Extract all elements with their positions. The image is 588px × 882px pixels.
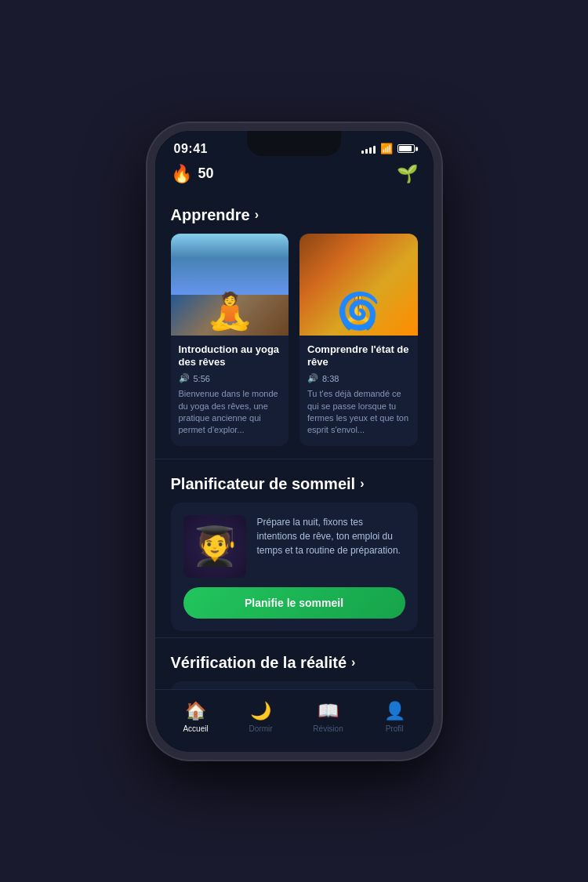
card-1-desc: Bienvenue dans le monde du yoga des rêve… [179, 388, 281, 437]
leaf-icon: 🌱 [397, 164, 418, 184]
battery-fill [399, 146, 412, 151]
card-image-1: 🧘 [171, 234, 289, 336]
signal-bar-4 [373, 146, 376, 154]
notch [247, 131, 341, 156]
signal-bar-2 [365, 149, 368, 154]
learn-card-1[interactable]: 🧘 Introduction au yoga des rêves 🔊 5:56 … [171, 234, 289, 446]
card-2-content: Comprendre l'état de rêve 🔊 8:38 Tu t'es… [299, 336, 418, 446]
wifi-icon: 📶 [380, 143, 393, 154]
phone-shell: 09:41 📶 🔥 50 🌱 [147, 123, 441, 760]
reality-title: Vérification de la réalité [171, 654, 347, 672]
card-2-title: Comprendre l'état de rêve [307, 343, 410, 370]
nav-item-revision[interactable]: 📖 Révision [300, 698, 355, 736]
status-time: 09:41 [174, 142, 208, 156]
card-1-duration: 🔊 5:56 [179, 373, 281, 383]
nav-item-profil[interactable]: 👤 Profil [372, 698, 418, 736]
status-icons: 📶 [361, 143, 415, 154]
speaker-icon-1: 🔊 [179, 373, 190, 383]
learn-card-2[interactable]: 🌀 Comprendre l'état de rêve 🔊 8:38 Tu t'… [299, 234, 418, 446]
sleep-section-header[interactable]: Planificateur de sommeil › [155, 463, 434, 503]
top-bar: 🔥 50 🌱 [155, 156, 434, 194]
nav-item-accueil[interactable]: 🏠 Accueil [170, 698, 220, 736]
profile-icon: 👤 [384, 701, 405, 721]
sleep-button[interactable]: Planifie le sommeil [183, 587, 405, 619]
nav-label-accueil: Accueil [183, 724, 208, 733]
learn-title: Apprendre [171, 206, 250, 224]
speaker-icon-2: 🔊 [307, 373, 318, 383]
book-icon: 📖 [318, 701, 339, 721]
bottom-nav: 🏠 Accueil 🌙 Dormir 📖 Révision 👤 Profil [155, 689, 434, 752]
card-2-desc: Tu t'es déjà demandé ce qui se passe lor… [307, 388, 410, 437]
nav-label-dormir: Dormir [249, 724, 273, 733]
reality-section-header[interactable]: Vérification de la réalité › [155, 641, 434, 681]
reality-chevron[interactable]: › [351, 655, 355, 670]
nav-label-profil: Profil [386, 724, 404, 733]
main-content[interactable]: Apprendre › 🧘 Introduction au yoga des r… [155, 194, 434, 689]
nav-label-revision: Révision [313, 724, 343, 733]
planner-card: 🧑‍🎓 Prépare la nuit, fixons tes intentio… [171, 503, 418, 631]
signal-bars [361, 144, 376, 154]
card-2-image-emoji: 🌀 [336, 290, 380, 332]
screen: 09:41 📶 🔥 50 🌱 [155, 131, 434, 752]
status-bar: 09:41 📶 [155, 131, 434, 156]
planner-text: Prépare la nuit, fixons tes intentions d… [257, 515, 405, 557]
learn-section-header[interactable]: Apprendre › [155, 194, 434, 234]
planner-content: 🧑‍🎓 Prépare la nuit, fixons tes intentio… [183, 515, 405, 578]
score-area: 🔥 50 [171, 164, 214, 184]
signal-bar-3 [369, 147, 372, 154]
divider-1 [155, 459, 434, 459]
sleep-title: Planificateur de sommeil [171, 475, 356, 493]
battery-icon [397, 144, 415, 153]
divider-2 [155, 637, 434, 638]
reality-card: 🧙‍♂️ Les vérifications de la réalité son… [171, 681, 418, 689]
moon-icon: 🌙 [250, 701, 271, 721]
signal-bar-1 [361, 151, 364, 154]
card-2-duration: 🔊 8:38 [307, 373, 410, 383]
learn-chevron[interactable]: › [255, 208, 259, 222]
card-1-content: Introduction au yoga des rêves 🔊 5:56 Bi… [171, 336, 289, 446]
card-image-2: 🌀 [299, 234, 418, 336]
score-number: 50 [198, 165, 214, 182]
flame-icon: 🔥 [171, 164, 192, 184]
card-1-image-emoji: 🧘 [208, 290, 252, 332]
planner-character: 🧑‍🎓 [183, 515, 246, 578]
card-1-title: Introduction au yoga des rêves [179, 343, 281, 370]
learn-cards-row: 🧘 Introduction au yoga des rêves 🔊 5:56 … [155, 234, 434, 459]
sleep-chevron[interactable]: › [360, 477, 364, 491]
home-icon: 🏠 [185, 701, 206, 721]
nav-item-dormir[interactable]: 🌙 Dormir [237, 698, 285, 736]
